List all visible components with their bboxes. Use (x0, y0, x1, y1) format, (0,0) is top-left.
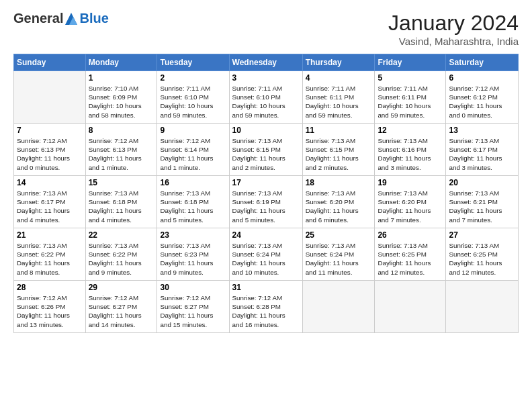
day-number: 7 (17, 126, 83, 135)
day-info: Sunrise: 7:13 AMSunset: 6:25 PMDaylight:… (378, 241, 443, 277)
day-number: 17 (232, 178, 300, 187)
calendar-cell: 5Sunrise: 7:11 AMSunset: 6:11 PMDaylight… (375, 71, 446, 124)
day-info: Sunrise: 7:13 AMSunset: 6:15 PMDaylight:… (232, 136, 300, 172)
day-number: 6 (449, 73, 515, 83)
calendar-week-row: 14Sunrise: 7:13 AMSunset: 6:17 PMDayligh… (14, 176, 519, 228)
header: General Blue January 2024 Vasind, Mahara… (13, 11, 519, 47)
day-number: 4 (306, 73, 372, 83)
day-number: 9 (160, 126, 226, 135)
day-info: Sunrise: 7:11 AMSunset: 6:11 PMDaylight:… (306, 84, 372, 120)
day-number: 16 (160, 178, 226, 187)
day-number: 27 (449, 230, 515, 240)
calendar-cell (14, 71, 86, 124)
day-number: 8 (89, 126, 154, 135)
calendar-header-row: SundayMondayTuesdayWednesdayThursdayFrid… (14, 54, 519, 71)
calendar-cell: 24Sunrise: 7:13 AMSunset: 6:24 PMDayligh… (229, 228, 302, 281)
day-number: 29 (89, 283, 154, 292)
day-info: Sunrise: 7:13 AMSunset: 6:19 PMDaylight:… (232, 189, 300, 224)
day-number: 13 (449, 126, 515, 135)
calendar-cell: 25Sunrise: 7:13 AMSunset: 6:24 PMDayligh… (302, 228, 375, 281)
day-info: Sunrise: 7:13 AMSunset: 6:24 PMDaylight:… (306, 241, 372, 277)
calendar-day-header: Wednesday (229, 54, 302, 71)
calendar-day-header: Sunday (14, 54, 86, 71)
calendar-cell: 3Sunrise: 7:11 AMSunset: 6:10 PMDaylight… (229, 71, 302, 124)
calendar-cell (446, 281, 519, 333)
page: General Blue January 2024 Vasind, Mahara… (0, 0, 532, 411)
calendar-cell: 29Sunrise: 7:12 AMSunset: 6:27 PMDayligh… (85, 281, 157, 333)
calendar-week-row: 28Sunrise: 7:12 AMSunset: 6:26 PMDayligh… (14, 281, 519, 333)
day-info: Sunrise: 7:12 AMSunset: 6:13 PMDaylight:… (89, 136, 154, 172)
day-number: 3 (232, 73, 300, 83)
day-number: 10 (232, 126, 300, 135)
subtitle: Vasind, Maharashtra, India (388, 36, 519, 47)
day-info: Sunrise: 7:12 AMSunset: 6:27 PMDaylight:… (89, 293, 154, 329)
calendar-cell: 18Sunrise: 7:13 AMSunset: 6:20 PMDayligh… (302, 176, 375, 228)
calendar-cell: 11Sunrise: 7:13 AMSunset: 6:15 PMDayligh… (302, 124, 375, 176)
day-info: Sunrise: 7:10 AMSunset: 6:09 PMDaylight:… (89, 84, 154, 120)
calendar-cell: 17Sunrise: 7:13 AMSunset: 6:19 PMDayligh… (229, 176, 302, 228)
day-info: Sunrise: 7:11 AMSunset: 6:10 PMDaylight:… (160, 84, 226, 120)
day-info: Sunrise: 7:13 AMSunset: 6:17 PMDaylight:… (449, 136, 515, 172)
day-number: 22 (89, 230, 154, 240)
day-info: Sunrise: 7:13 AMSunset: 6:21 PMDaylight:… (449, 189, 515, 224)
calendar-cell: 22Sunrise: 7:13 AMSunset: 6:22 PMDayligh… (85, 228, 157, 281)
day-info: Sunrise: 7:13 AMSunset: 6:18 PMDaylight:… (89, 189, 154, 224)
day-info: Sunrise: 7:12 AMSunset: 6:14 PMDaylight:… (160, 136, 226, 172)
logo-blue-text: Blue (79, 11, 108, 26)
calendar-cell: 31Sunrise: 7:12 AMSunset: 6:28 PMDayligh… (229, 281, 302, 333)
calendar-cell: 4Sunrise: 7:11 AMSunset: 6:11 PMDaylight… (302, 71, 375, 124)
day-number: 14 (17, 178, 83, 187)
calendar-cell: 20Sunrise: 7:13 AMSunset: 6:21 PMDayligh… (446, 176, 519, 228)
calendar-cell: 1Sunrise: 7:10 AMSunset: 6:09 PMDaylight… (85, 71, 157, 124)
calendar-cell: 2Sunrise: 7:11 AMSunset: 6:10 PMDaylight… (157, 71, 229, 124)
day-info: Sunrise: 7:13 AMSunset: 6:20 PMDaylight:… (306, 189, 372, 224)
day-number: 21 (17, 230, 83, 240)
day-info: Sunrise: 7:13 AMSunset: 6:22 PMDaylight:… (17, 241, 83, 277)
calendar-week-row: 7Sunrise: 7:12 AMSunset: 6:13 PMDaylight… (14, 124, 519, 176)
calendar-day-header: Monday (85, 54, 157, 71)
calendar-week-row: 1Sunrise: 7:10 AMSunset: 6:09 PMDaylight… (14, 71, 519, 124)
calendar-cell: 10Sunrise: 7:13 AMSunset: 6:15 PMDayligh… (229, 124, 302, 176)
calendar-day-header: Friday (375, 54, 446, 71)
calendar-cell: 8Sunrise: 7:12 AMSunset: 6:13 PMDaylight… (85, 124, 157, 176)
day-info: Sunrise: 7:12 AMSunset: 6:27 PMDaylight:… (160, 293, 226, 329)
day-number: 12 (378, 126, 443, 135)
day-number: 2 (160, 73, 226, 83)
day-info: Sunrise: 7:13 AMSunset: 6:16 PMDaylight:… (378, 136, 443, 172)
day-info: Sunrise: 7:13 AMSunset: 6:22 PMDaylight:… (89, 241, 154, 277)
day-info: Sunrise: 7:12 AMSunset: 6:13 PMDaylight:… (17, 136, 83, 172)
day-number: 26 (378, 230, 443, 240)
day-number: 23 (160, 230, 226, 240)
calendar-cell: 12Sunrise: 7:13 AMSunset: 6:16 PMDayligh… (375, 124, 446, 176)
day-info: Sunrise: 7:11 AMSunset: 6:11 PMDaylight:… (378, 84, 443, 120)
day-number: 18 (306, 178, 372, 187)
calendar-cell: 26Sunrise: 7:13 AMSunset: 6:25 PMDayligh… (375, 228, 446, 281)
logo: General Blue (13, 11, 109, 26)
calendar-cell: 15Sunrise: 7:13 AMSunset: 6:18 PMDayligh… (85, 176, 157, 228)
day-number: 31 (232, 283, 300, 292)
day-info: Sunrise: 7:13 AMSunset: 6:15 PMDaylight:… (306, 136, 372, 172)
calendar-week-row: 21Sunrise: 7:13 AMSunset: 6:22 PMDayligh… (14, 228, 519, 281)
calendar-table: SundayMondayTuesdayWednesdayThursdayFrid… (13, 54, 519, 333)
day-number: 19 (378, 178, 443, 187)
day-info: Sunrise: 7:12 AMSunset: 6:26 PMDaylight:… (17, 293, 83, 329)
calendar-cell: 9Sunrise: 7:12 AMSunset: 6:14 PMDaylight… (157, 124, 229, 176)
calendar-cell: 30Sunrise: 7:12 AMSunset: 6:27 PMDayligh… (157, 281, 229, 333)
calendar-day-header: Saturday (446, 54, 519, 71)
day-number: 30 (160, 283, 226, 292)
day-number: 20 (449, 178, 515, 187)
day-info: Sunrise: 7:13 AMSunset: 6:24 PMDaylight:… (232, 241, 300, 277)
day-number: 15 (89, 178, 154, 187)
day-number: 25 (306, 230, 372, 240)
day-info: Sunrise: 7:13 AMSunset: 6:25 PMDaylight:… (449, 241, 515, 277)
calendar-day-header: Thursday (302, 54, 375, 71)
calendar-cell: 19Sunrise: 7:13 AMSunset: 6:20 PMDayligh… (375, 176, 446, 228)
logo-general-text: General (13, 11, 63, 26)
day-info: Sunrise: 7:13 AMSunset: 6:18 PMDaylight:… (160, 189, 226, 224)
calendar-cell (375, 281, 446, 333)
calendar-cell: 28Sunrise: 7:12 AMSunset: 6:26 PMDayligh… (14, 281, 86, 333)
day-info: Sunrise: 7:12 AMSunset: 6:28 PMDaylight:… (232, 293, 300, 329)
logo-icon (64, 13, 79, 25)
day-info: Sunrise: 7:12 AMSunset: 6:12 PMDaylight:… (449, 84, 515, 120)
day-number: 11 (306, 126, 372, 135)
